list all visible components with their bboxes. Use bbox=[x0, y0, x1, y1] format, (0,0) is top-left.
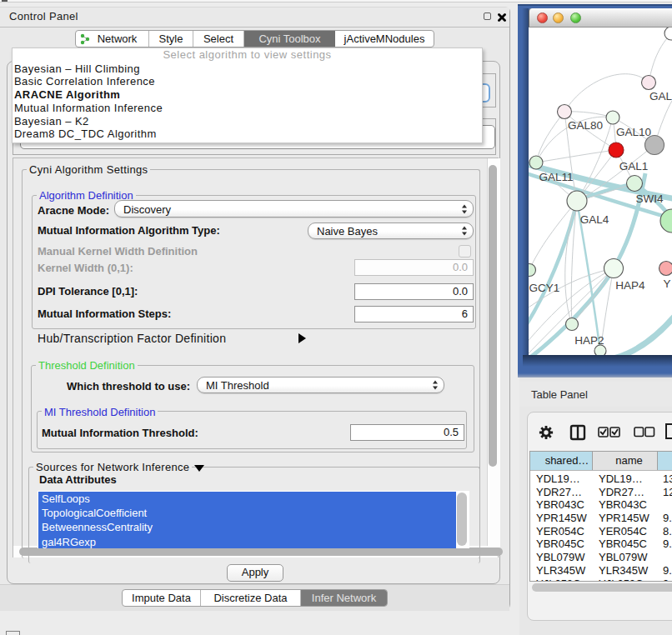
svg-text:GAL10: GAL10 bbox=[616, 126, 651, 138]
svg-text:SWI4: SWI4 bbox=[635, 192, 663, 205]
svg-text:GAL80: GAL80 bbox=[568, 119, 603, 132]
svg-text:GAL1: GAL1 bbox=[619, 160, 649, 172]
svg-text:GCY1: GCY1 bbox=[529, 282, 560, 294]
svg-text:Y: Y bbox=[663, 278, 670, 290]
svg-text:GAL: GAL bbox=[649, 90, 672, 102]
svg-text:HAP4: HAP4 bbox=[615, 279, 645, 292]
svg-text:GAL11: GAL11 bbox=[539, 171, 573, 183]
svg-text:HAP2: HAP2 bbox=[574, 334, 604, 347]
svg-text:GAL4: GAL4 bbox=[580, 213, 609, 226]
